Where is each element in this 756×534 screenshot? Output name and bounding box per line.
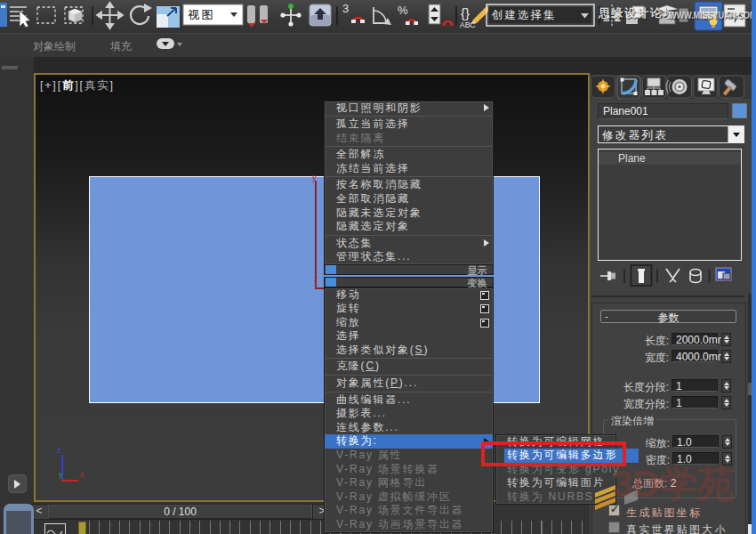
svg-text:创建选择集: 创建选择集 <box>491 9 557 21</box>
svg-text:{}: {} <box>461 5 470 20</box>
svg-text:%: % <box>398 4 408 17</box>
svg-text:3: 3 <box>342 2 349 15</box>
svg-text:视图: 视图 <box>188 8 215 21</box>
